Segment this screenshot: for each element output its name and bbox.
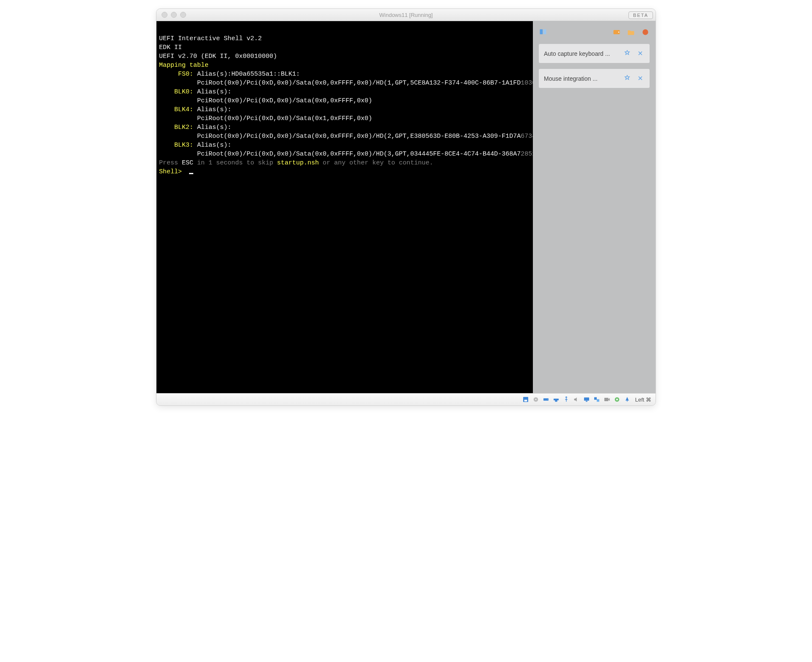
cd-icon[interactable] xyxy=(532,396,540,403)
term-line: PciRoot(0x0)/Pci(0xD,0x0)/Sata(0x0,0xFFF… xyxy=(159,97,372,104)
term-line: FS0: Alias(s):HD0a65535a1::BLK1: xyxy=(159,71,300,78)
svg-point-8 xyxy=(535,399,536,400)
svg-point-19 xyxy=(616,399,618,400)
svg-rect-0 xyxy=(540,29,543,34)
window-title: Windows11 [Running] xyxy=(156,12,656,18)
titlebar: Windows11 [Running] BETA xyxy=(156,9,656,21)
floppy-icon[interactable] xyxy=(522,396,529,403)
svg-rect-1 xyxy=(543,29,546,34)
recording-icon[interactable] xyxy=(603,396,611,403)
device-path-cont: 6734F23,0x64080,0x40000) xyxy=(521,133,533,140)
term-line: Press ESC in 1 seconds to skip startup.n… xyxy=(159,159,433,167)
minimize-window-button[interactable] xyxy=(171,12,177,18)
svg-rect-6 xyxy=(524,400,527,402)
svg-rect-17 xyxy=(604,398,608,401)
term-line: BLK3: Alias(s): xyxy=(159,142,231,149)
svg-rect-11 xyxy=(554,399,559,400)
notification-text: Auto capture keyboard ... xyxy=(544,50,618,57)
term-line: BLK4: Alias(s): xyxy=(159,106,231,113)
mapping-table-header: Mapping table xyxy=(159,62,208,69)
alias-label: Alias(s) xyxy=(197,88,228,96)
statusbar: Left ⌘ xyxy=(156,393,656,405)
svg-rect-16 xyxy=(597,399,599,402)
svg-rect-13 xyxy=(584,397,589,400)
vm-window: Windows11 [Running] BETA UEFI Interactiv… xyxy=(156,8,656,406)
device-label: BLK0: xyxy=(174,88,193,96)
device-label: BLK4: xyxy=(174,106,193,113)
hdd-icon[interactable] xyxy=(542,396,550,403)
svg-rect-12 xyxy=(555,400,557,402)
alias-label: Alias(s) xyxy=(197,142,228,149)
notifications-sidebar: Auto capture keyboard ... Mouse integrat… xyxy=(533,21,656,393)
record-icon[interactable] xyxy=(641,28,650,36)
device-label: FS0: xyxy=(178,71,193,78)
svg-rect-14 xyxy=(586,401,587,402)
svg-rect-15 xyxy=(594,397,597,400)
alias-label: Alias(s) xyxy=(197,71,228,78)
zoom-window-button[interactable] xyxy=(180,12,186,18)
term-line: UEFI Interactive Shell v2.2 xyxy=(159,35,262,42)
hdd-icon[interactable] xyxy=(612,28,621,36)
device-label: BLK2: xyxy=(174,124,193,131)
svg-point-4 xyxy=(642,29,648,35)
device-path-cont: 2851016,0xA4080,0x7F5BF1B) xyxy=(521,150,533,158)
folder-icon[interactable] xyxy=(627,28,635,36)
notification-close-button[interactable] xyxy=(636,75,645,82)
content-area: UEFI Interactive Shell v2.2 EDK II UEFI … xyxy=(156,21,656,393)
term-line: EDK II xyxy=(159,44,182,51)
notification-pin-button[interactable] xyxy=(623,75,632,82)
notification-text: Mouse integration ... xyxy=(544,75,618,82)
display-icon[interactable] xyxy=(583,396,590,403)
term-line: PciRoot(0x0)/Pci(0xD,0x0)/Sata(0x0,0xFFF… xyxy=(159,150,533,158)
colon: : xyxy=(228,106,231,113)
uefi-shell-terminal[interactable]: UEFI Interactive Shell v2.2 EDK II UEFI … xyxy=(156,21,533,393)
shell-prompt-line: Shell> xyxy=(159,168,193,175)
notification-card: Mouse integration ... xyxy=(539,69,650,88)
usb-icon[interactable] xyxy=(562,396,570,403)
svg-point-10 xyxy=(547,399,548,399)
device-path: PciRoot(0x0)/Pci(0xD,0x0)/Sata(0x0,0xFFF… xyxy=(197,150,521,158)
book-icon[interactable] xyxy=(539,28,547,36)
beta-tab-button[interactable]: BETA xyxy=(628,11,653,19)
close-window-button[interactable] xyxy=(162,12,167,18)
shared-folders-icon[interactable] xyxy=(593,396,601,403)
audio-icon[interactable] xyxy=(573,396,580,403)
network-icon[interactable] xyxy=(552,396,560,403)
host-key-label: Left ⌘ xyxy=(635,397,651,403)
term-line: BLK0: Alias(s): xyxy=(159,88,231,96)
notification-close-button[interactable] xyxy=(636,50,645,57)
term-line: PciRoot(0x0)/Pci(0xD,0x0)/Sata(0x0,0xFFF… xyxy=(159,79,533,87)
term-line: BLK2: Alias(s): xyxy=(159,124,231,131)
notification-pin-button[interactable] xyxy=(623,50,632,57)
alias-label: Alias(s) xyxy=(197,124,228,131)
mouse-integration-icon[interactable] xyxy=(623,396,631,403)
shell-prompt: Shell> xyxy=(159,168,186,175)
device-path-cont: 1030003,0x80,0x64000) xyxy=(521,79,533,87)
alias-label: Alias(s) xyxy=(197,106,228,113)
colon: : xyxy=(228,88,231,96)
device-path: PciRoot(0x0)/Pci(0xD,0x0)/Sata(0x0,0xFFF… xyxy=(197,133,521,140)
term-line: UEFI v2.70 (EDK II, 0x00010000) xyxy=(159,53,277,60)
device-path: PciRoot(0x0)/Pci(0xD,0x0)/Sata(0x0,0xFFF… xyxy=(197,79,521,87)
cpu-icon[interactable] xyxy=(613,396,621,403)
notification-card: Auto capture keyboard ... xyxy=(539,44,650,63)
colon: : xyxy=(228,142,231,149)
svg-point-3 xyxy=(618,32,620,33)
term-line: PciRoot(0x0)/Pci(0xD,0x0)/Sata(0x0,0xFFF… xyxy=(159,133,533,140)
device-path: PciRoot(0x0)/Pci(0xD,0x0)/Sata(0x0,0xFFF… xyxy=(197,97,372,104)
window-controls xyxy=(162,12,186,18)
sidebar-toolbar xyxy=(539,28,650,36)
device-label: BLK3: xyxy=(174,142,193,149)
alias-value: :HD0a65535a1::BLK1: xyxy=(228,71,300,78)
cursor-icon xyxy=(189,173,193,174)
colon: : xyxy=(228,124,231,131)
term-line: PciRoot(0x0)/Pci(0xD,0x0)/Sata(0x1,0xFFF… xyxy=(159,115,372,122)
device-path: PciRoot(0x0)/Pci(0xD,0x0)/Sata(0x1,0xFFF… xyxy=(197,115,372,122)
